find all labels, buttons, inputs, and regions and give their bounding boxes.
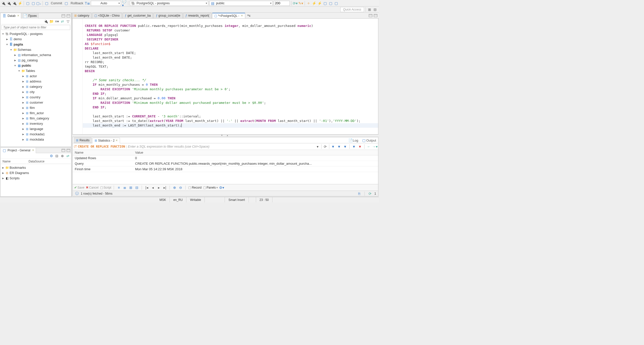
etab-groupconcat[interactable]: ƒgroup_concat(te bbox=[153, 13, 182, 18]
gear-icon[interactable]: ⚙ bbox=[49, 154, 54, 158]
nav-link-icon[interactable]: ⇄ bbox=[60, 19, 65, 24]
tree-table-language[interactable]: ▶⊞language bbox=[1, 126, 71, 132]
bolt1-icon[interactable]: ⟡ bbox=[306, 1, 311, 6]
refresh-results-icon[interactable]: ⟳ bbox=[323, 144, 328, 149]
tree-conn[interactable]: ▼🐘PostgreSQL - postgres bbox=[1, 31, 71, 36]
stop-icon[interactable]: ✎▾ bbox=[299, 1, 303, 6]
close-icon[interactable]: ✕ bbox=[17, 14, 19, 17]
script-button[interactable]: ▢Script bbox=[100, 186, 111, 189]
rollback-button[interactable]: Rollback bbox=[70, 1, 84, 5]
addrow-icon[interactable]: ⊕ bbox=[172, 185, 177, 190]
filter3-icon[interactable]: ▼ bbox=[343, 144, 347, 149]
link-icon[interactable]: ⇄ bbox=[66, 154, 70, 158]
tab-database[interactable]: 🗄 Datab ✕ bbox=[1, 13, 21, 19]
etab-getcust[interactable]: ƒget_customer_ba bbox=[123, 13, 153, 18]
tree-pg-catalog[interactable]: ▶▤pg_catalog bbox=[1, 58, 71, 63]
tree-bookmarks[interactable]: ▶📁Bookmarks bbox=[1, 165, 71, 170]
bolt3-icon[interactable]: ⚡ bbox=[317, 1, 322, 6]
nav-filter-icon[interactable]: ≡▾ bbox=[55, 19, 59, 24]
tree-er[interactable]: ▶⊞ER Diagrams bbox=[1, 170, 71, 176]
gear-icon[interactable]: ⚙▾ bbox=[219, 185, 224, 190]
tree-scripts[interactable]: ▶◧Scripts bbox=[1, 176, 71, 181]
sql-editor[interactable]: CREATE OR REPLACE FUNCTION public.reward… bbox=[72, 19, 378, 135]
edit1-icon[interactable]: ≡ bbox=[116, 185, 121, 190]
etab-category[interactable]: ⊞category bbox=[72, 13, 92, 18]
rollback-icon[interactable]: ▢ bbox=[64, 1, 69, 6]
nav-menu-icon[interactable]: ▽ bbox=[66, 19, 70, 24]
filter-off-icon[interactable]: ▼ bbox=[358, 144, 362, 149]
tree-db-pagila[interactable]: ▼🗄pagila bbox=[1, 42, 71, 47]
connect3-icon[interactable]: 🔌 bbox=[12, 1, 17, 6]
cancel-button[interactable]: ✖Cancel bbox=[86, 186, 98, 189]
tree-table-film[interactable]: ▶⊞film bbox=[1, 105, 71, 110]
tree-table-country[interactable]: ▶⊞country bbox=[1, 95, 71, 100]
panels-button[interactable]: ▢Panels ▾ bbox=[203, 186, 218, 189]
save-button[interactable]: ✔Save bbox=[74, 186, 84, 189]
etab-sqlite[interactable]: ▢<SQLite - Chino bbox=[92, 13, 122, 18]
first-icon[interactable]: |◂ bbox=[144, 185, 149, 190]
close-icon[interactable]: ✕ bbox=[241, 14, 243, 17]
tree-tables[interactable]: ▼📁Tables bbox=[1, 68, 71, 73]
nav-connect-icon[interactable]: 🔌 bbox=[44, 19, 48, 24]
tree-filter-input[interactable] bbox=[2, 25, 70, 30]
minimize-icon[interactable] bbox=[62, 14, 65, 17]
tree-table-city[interactable]: ▶⊞city bbox=[1, 89, 71, 95]
last-icon[interactable]: ▸| bbox=[163, 185, 167, 190]
filter-placeholder[interactable]: Enter a SQL expression to filter results… bbox=[128, 145, 314, 148]
tree-public[interactable]: ▼▤public bbox=[1, 63, 71, 68]
disconnect-icon[interactable]: ⚡ bbox=[18, 1, 22, 6]
refresh2-icon[interactable]: ⟳ bbox=[368, 191, 372, 196]
tree-info-schema[interactable]: ▶▤information_schema bbox=[1, 52, 71, 58]
connect-icon[interactable]: 🔌 bbox=[1, 1, 6, 6]
minimize-icon[interactable] bbox=[62, 149, 65, 152]
table-row[interactable]: Finish timeMon Mar 05 14:22:39 MSK 2018 bbox=[73, 166, 378, 172]
tab-projects[interactable]: 📄 Проек bbox=[21, 13, 38, 19]
edit3-icon[interactable]: ⊞ bbox=[129, 185, 133, 190]
tree-table-category[interactable]: ▶⊞category bbox=[1, 84, 71, 89]
table-row[interactable]: QueryCREATE OR REPLACE FUNCTION public.r… bbox=[73, 161, 378, 166]
quick-access-input[interactable]: Quick Access bbox=[340, 7, 364, 12]
tree-schemas[interactable]: ▼📁Schemas bbox=[1, 47, 71, 52]
collapse-icon[interactable]: ⊟ bbox=[55, 154, 59, 158]
close-icon[interactable]: ✕ bbox=[115, 139, 118, 142]
tab-overflow[interactable]: »4 bbox=[246, 13, 252, 17]
output-button[interactable]: ▢Output bbox=[361, 138, 377, 143]
tx-mode-select[interactable]: Auto bbox=[91, 1, 121, 6]
dropdown-icon[interactable]: ▾ bbox=[315, 144, 320, 149]
history-icon[interactable]: 🕘▾ bbox=[122, 1, 127, 6]
perspective2-icon[interactable]: ⊟ bbox=[373, 7, 377, 12]
sql-new-icon[interactable]: ▢₊ bbox=[36, 1, 41, 6]
filter2-icon[interactable]: ▼ bbox=[337, 144, 341, 149]
filter4-icon[interactable]: ▼ bbox=[352, 144, 356, 149]
record-button[interactable]: ▢Record bbox=[188, 186, 202, 189]
nav-back-icon[interactable]: ← bbox=[367, 144, 371, 149]
tree-table-mockada1[interactable]: ▶⊞mockada1 bbox=[1, 132, 71, 137]
tree-db-demo[interactable]: ▶🗄demo bbox=[1, 36, 71, 42]
commit-button[interactable]: Commit bbox=[50, 1, 63, 5]
delrow-icon[interactable]: ⊖ bbox=[178, 185, 183, 190]
tree-table-mockdata[interactable]: ▶⊞mockdata bbox=[1, 137, 71, 142]
tree-table-actor[interactable]: ▶⊞actor bbox=[1, 73, 71, 79]
tx-icon[interactable]: T≣ bbox=[85, 1, 90, 6]
etab-postgres[interactable]: ▢*<PostgreSQL -✕ bbox=[212, 13, 245, 18]
tree-table-film-category[interactable]: ▶⊞film_category bbox=[1, 116, 71, 121]
sash-handle[interactable] bbox=[72, 135, 379, 137]
tree-table-inventory[interactable]: ▶⊞inventory bbox=[1, 121, 71, 126]
maximize-icon[interactable] bbox=[374, 14, 377, 17]
maximize-icon[interactable] bbox=[67, 14, 70, 17]
maximize-icon[interactable] bbox=[67, 149, 70, 152]
edit4-icon[interactable]: ⊟ bbox=[135, 185, 139, 190]
add-icon[interactable]: ⊕ bbox=[60, 154, 65, 158]
minimize-icon[interactable] bbox=[369, 14, 372, 17]
next-icon[interactable]: ▸ bbox=[156, 185, 161, 190]
edit2-icon[interactable]: ≣ bbox=[123, 185, 127, 190]
tree-table-film-actor[interactable]: ▶⊞film_actor bbox=[1, 110, 71, 116]
import-icon[interactable]: ▢ bbox=[323, 1, 328, 6]
sql-run-icon[interactable]: ▢ bbox=[31, 1, 35, 6]
table-row[interactable]: Updated Rows0 bbox=[73, 155, 378, 161]
close-icon[interactable]: ✕ bbox=[32, 149, 34, 152]
prev-icon[interactable]: ◂ bbox=[150, 185, 155, 190]
connection-select[interactable]: 🐘 PostgreSQL - postgres bbox=[130, 1, 208, 6]
schema-select[interactable]: ▤ public bbox=[209, 1, 273, 6]
refresh-icon[interactable]: ⟳▾ bbox=[293, 1, 298, 6]
